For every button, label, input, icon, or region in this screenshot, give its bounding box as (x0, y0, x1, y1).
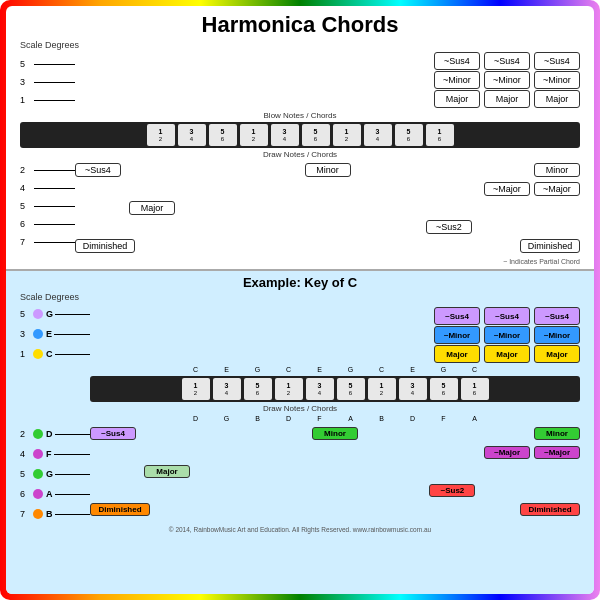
chord-box: Minor (305, 163, 351, 177)
chord-box: ~Minor (534, 326, 580, 344)
hole-4: 12 (240, 124, 268, 146)
chord-box: Minor (534, 427, 580, 440)
blow-chords-area: ~Sus4 ~Sus4 ~Sus4 ~Minor ~Minor ~Minor M… (75, 52, 580, 109)
chord-box: Major (484, 345, 530, 363)
draw-row-6: ~Sus2 (75, 218, 580, 236)
chord-box: ~Major (484, 182, 530, 196)
chord-box: Diminished (75, 239, 135, 253)
hole-5: 34 (271, 124, 299, 146)
page-title: Harmonica Chords (20, 12, 580, 38)
hole-6: 56 (302, 124, 330, 146)
hole-9: 56 (395, 124, 423, 146)
hole-8: 34 (364, 124, 392, 146)
chord-box: ~Sus4 (534, 307, 580, 325)
chord-box: ~Major (484, 446, 530, 459)
example-title: Example: Key of C (20, 275, 580, 290)
chord-box: Diminished (520, 239, 580, 253)
chord-box: ~Minor (434, 326, 480, 344)
bottom-blow-grid: 5G 3E 1C ~Sus4 ~Sus4 ~Sus4 ~Minor ~Minor… (20, 304, 580, 364)
bottom-holes-bar: 12 34 56 12 34 56 12 34 56 16 (90, 376, 580, 402)
bottom-draw-degree-col: 2D 4F 5G 6A 7B (20, 424, 90, 524)
draw-row-5: Major (75, 199, 580, 217)
scale-degrees-label: Scale Degrees (20, 40, 580, 50)
blow-notes-row: C E G C E G C E G C (90, 366, 580, 373)
chord-box: ~Minor (484, 326, 530, 344)
chord-box: Minor (312, 427, 358, 440)
blow-row-minor: ~Minor ~Minor ~Minor (75, 71, 580, 89)
blow-label: Blow Notes / Chords (20, 111, 580, 120)
bottom-scale-label: Scale Degrees (20, 292, 580, 302)
chord-box: ~Sus4 (484, 52, 530, 70)
blow-row-major: Major Major Major (75, 90, 580, 108)
chord-box: ~Minor (534, 71, 580, 89)
chord-box: Major (434, 345, 480, 363)
chord-box: Major (484, 90, 530, 108)
hole-1: 12 (147, 124, 175, 146)
blow-row-sus4: ~Sus4 ~Sus4 ~Sus4 (75, 52, 580, 70)
hole-7: 12 (333, 124, 361, 146)
blow-degree-col: 5 3 1 (20, 55, 75, 109)
bottom-draw-label: Draw Notes / Chords (20, 404, 580, 413)
chord-box: Major (534, 345, 580, 363)
draw-label: Draw Notes / Chords (20, 150, 580, 159)
chord-box: Diminished (90, 503, 150, 516)
chord-box: ~Minor (434, 71, 480, 89)
chord-box: ~Major (534, 446, 580, 459)
chord-box: ~Minor (484, 71, 530, 89)
chord-box: Major (129, 201, 175, 215)
copyright: © 2014, RainbowMusic Art and Education. … (20, 526, 580, 533)
bottom-draw-grid: 2D 4F 5G 6A 7B ~Sus4 Minor Minor ~Major (20, 424, 580, 524)
draw-row-7: Diminished Diminished (75, 237, 580, 255)
chord-box: Diminished (520, 503, 580, 516)
chord-box: ~Major (534, 182, 580, 196)
chord-box: ~Sus2 (429, 484, 475, 497)
draw-grid: 2 4 5 6 7 ~Sus4 Minor Minor ~Major (20, 161, 580, 256)
chord-box: ~Sus4 (484, 307, 530, 325)
chord-box: Major (534, 90, 580, 108)
footnote: ~ Indicates Partial Chord (20, 258, 580, 265)
bottom-section: Example: Key of C Scale Degrees 5G 3E 1C… (6, 271, 594, 594)
draw-degree-col: 2 4 5 6 7 (20, 161, 75, 251)
draw-row-4: ~Major ~Major (75, 180, 580, 198)
hole-10: 16 (426, 124, 454, 146)
chord-box: ~Sus4 (434, 307, 480, 325)
hole-2: 34 (178, 124, 206, 146)
chord-box: ~Sus2 (426, 220, 472, 234)
chord-box: ~Sus4 (434, 52, 480, 70)
chord-box: Major (434, 90, 480, 108)
chord-box: ~Sus4 (90, 427, 136, 440)
hole-3: 56 (209, 124, 237, 146)
draw-row-2: ~Sus4 Minor Minor (75, 161, 580, 179)
draw-chords-area: ~Sus4 Minor Minor ~Major ~Major Major (75, 161, 580, 256)
chord-box: Major (144, 465, 190, 478)
bottom-draw-chords-area: ~Sus4 Minor Minor ~Major ~Major Major (90, 424, 580, 519)
draw-notes-row: D G B D F A B D F A (90, 415, 580, 422)
chord-box: Minor (534, 163, 580, 177)
bottom-blow-chords: ~Sus4 ~Sus4 ~Sus4 ~Minor ~Minor ~Minor M… (90, 307, 580, 364)
holes-bar: 12 34 56 12 34 56 12 34 56 16 (20, 122, 580, 148)
chord-box: ~Sus4 (534, 52, 580, 70)
chord-box: ~Sus4 (75, 163, 121, 177)
bottom-degree-col: 5G 3E 1C (20, 304, 90, 364)
